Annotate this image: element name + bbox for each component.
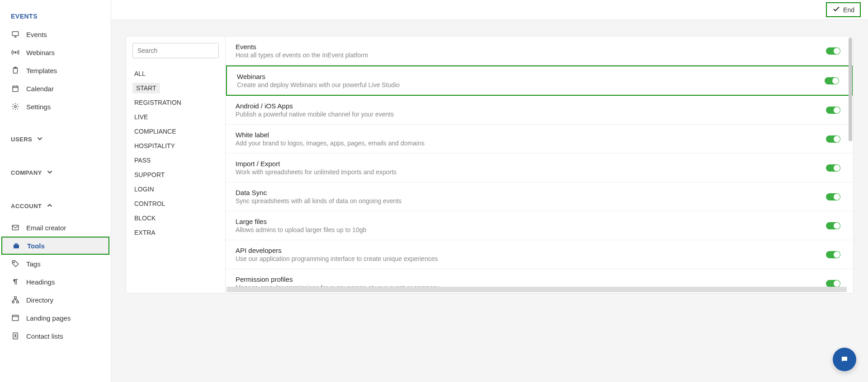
sidebar-item-label: Landing pages [26,314,71,322]
sidebar-item-templates[interactable]: Templates [0,61,111,79]
setting-toggle[interactable] [826,251,840,258]
sidebar-item-landing-pages[interactable]: Landing pages [0,309,111,327]
filter-item-login[interactable]: LOGIN [132,182,219,196]
sidebar: EVENTS EventsWebinarsTemplatesCalendarSe… [0,0,111,382]
section-company[interactable]: COMPANY [0,163,111,182]
sidebar-item-label: Directory [26,296,53,304]
filter-item-hospitality[interactable]: HOSPITALITY [132,139,219,153]
topbar: End [111,0,868,20]
setting-row-large-files: Large filesAllows admins to upload large… [226,211,853,240]
mail-icon [11,223,20,232]
sidebar-item-tools[interactable]: Tools [1,237,109,255]
setting-title: Events [236,43,826,51]
setting-toggle[interactable] [826,193,840,200]
setting-row-android-ios-apps: Android / iOS AppsPublish a powerful nat… [226,96,853,125]
contacts-icon [11,331,20,340]
filter-item-extra[interactable]: EXTRA [132,225,219,240]
setting-toggle[interactable] [826,107,840,114]
sidebar-item-contact-lists[interactable]: Contact lists [0,327,111,345]
setting-texts: WebinarsCreate and deploy Webinars with … [237,73,825,89]
section-users[interactable]: USERS [0,129,111,149]
sidebar-item-label: Tools [27,242,45,250]
vertical-scrollbar[interactable] [849,37,852,141]
sidebar-item-webinars[interactable]: Webinars [0,43,111,61]
tag-icon [11,259,20,268]
setting-row-events: EventsHost all types of events on the In… [226,37,853,65]
setting-toggle[interactable] [826,222,840,229]
setting-title: API developers [236,247,826,254]
setting-toggle[interactable] [826,164,840,172]
setting-toggle[interactable] [826,135,840,143]
setting-toggle[interactable] [826,47,840,55]
chat-widget[interactable] [833,348,856,371]
filter-item-control[interactable]: CONTROL [132,196,219,211]
sidebar-item-tags[interactable]: Tags [0,255,111,273]
filter-item-start[interactable]: START [132,83,160,93]
setting-title: Android / iOS Apps [236,102,826,110]
setting-texts: Android / iOS AppsPublish a powerful nat… [236,102,826,118]
setting-texts: EventsHost all types of events on the In… [236,43,826,59]
filter-item-registration[interactable]: REGISTRATION [132,95,219,110]
settings-column[interactable]: EventsHost all types of events on the In… [226,37,853,293]
sidebar-item-calendar[interactable]: Calendar [0,79,111,98]
setting-toggle[interactable] [826,280,840,287]
setting-texts: Large filesAllows admins to upload large… [236,218,826,233]
setting-description: Allows admins to upload larger files up … [236,226,826,233]
setting-row-data-sync: Data SyncSync spreadsheets with all kind… [226,182,853,211]
filter-item-compliance[interactable]: COMPLIANCE [132,124,219,139]
main: End ALLSTARTREGISTRATIONLIVECOMPLIANCEHO… [111,0,868,382]
svg-rect-6 [13,86,18,92]
svg-rect-0 [12,32,19,36]
setting-description: Create and deploy Webinars with our powe… [237,81,825,89]
filter-item-pass[interactable]: PASS [132,153,219,168]
svg-rect-12 [14,245,19,248]
chevron-down-icon [36,135,44,144]
svg-rect-13 [15,244,18,245]
sidebar-item-email-creator[interactable]: Email creator [0,219,111,237]
window-icon [11,313,20,322]
setting-row-api-developers: API developersUse our application progra… [226,240,853,269]
horizontal-scrollbar[interactable] [226,287,847,292]
sidebar-item-settings[interactable]: Settings [0,98,111,116]
setting-toggle[interactable] [825,77,839,84]
setting-description: Work with spreadsheets for unlimited imp… [236,168,826,176]
search-input[interactable] [132,43,219,58]
section-company-label: COMPANY [11,169,42,176]
svg-point-3 [15,52,16,53]
setting-texts: Import / ExportWork with spreadsheets fo… [236,160,826,176]
paragraph-icon [11,277,20,286]
svg-rect-15 [14,297,17,298]
sidebar-item-label: Headings [26,278,55,286]
broadcast-icon [11,48,20,57]
svg-rect-17 [17,301,19,303]
sidebar-item-headings[interactable]: Headings [0,273,111,291]
setting-description: Use our application programming interfac… [236,255,826,262]
filter-item-support[interactable]: SUPPORT [132,168,219,182]
sidebar-item-label: Contact lists [26,332,63,340]
sidebar-item-label: Calendar [26,85,54,93]
filter-item-all[interactable]: ALL [132,66,219,81]
filter-item-live[interactable]: LIVE [132,110,219,124]
sidebar-item-label: Settings [26,103,51,111]
filter-column: ALLSTARTREGISTRATIONLIVECOMPLIANCEHOSPIT… [126,37,226,293]
setting-row-white-label: White labelAdd your brand to logos, imag… [226,125,853,154]
svg-rect-16 [12,301,14,303]
filter-item-block[interactable]: BLOCK [132,211,219,225]
sidebar-item-events[interactable]: Events [0,25,111,43]
clipboard-icon [11,66,20,75]
setting-texts: White labelAdd your brand to logos, imag… [236,131,826,147]
setting-title: Import / Export [236,160,826,168]
check-icon [832,5,840,14]
calendar-icon [11,84,20,93]
end-button-label: End [843,6,854,14]
setting-description: Host all types of events on the InEvent … [236,51,826,59]
end-button[interactable]: End [826,2,861,17]
svg-point-25 [15,335,16,336]
section-account[interactable]: ACCOUNT [0,196,111,216]
sidebar-item-label: Events [26,31,47,38]
gear-icon [11,102,20,111]
setting-title: Webinars [237,73,825,80]
sidebar-item-directory[interactable]: Directory [0,291,111,309]
setting-texts: API developersUse our application progra… [236,247,826,262]
setting-description: Publish a powerful native mobile channel… [236,111,826,118]
